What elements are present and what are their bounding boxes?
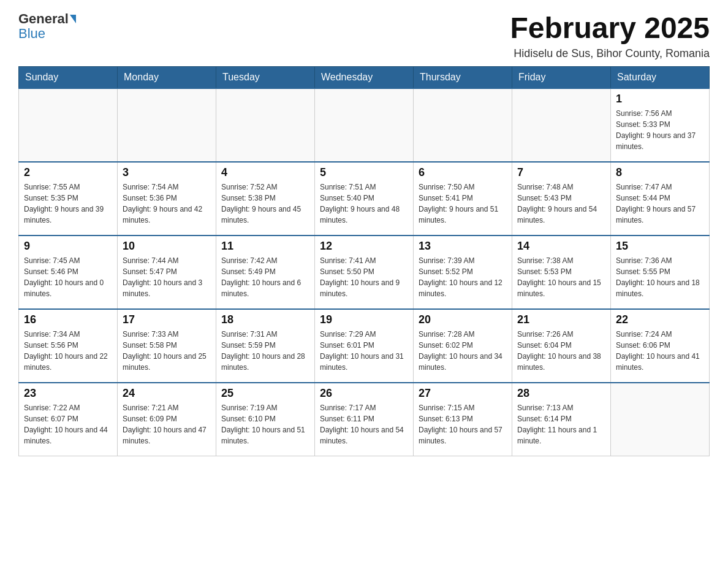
day-number: 25	[221, 387, 309, 400]
calendar-day-cell: 5Sunrise: 7:51 AM Sunset: 5:40 PM Daylig…	[315, 162, 414, 236]
calendar-day-cell: 25Sunrise: 7:19 AM Sunset: 6:10 PM Dayli…	[216, 383, 315, 456]
day-info: Sunrise: 7:17 AM Sunset: 6:11 PM Dayligh…	[320, 402, 408, 446]
day-number: 1	[616, 93, 704, 105]
logo-arrow-icon	[70, 15, 76, 23]
day-number: 22	[616, 313, 704, 326]
calendar-day-cell: 14Sunrise: 7:38 AM Sunset: 5:53 PM Dayli…	[512, 236, 611, 309]
day-info: Sunrise: 7:36 AM Sunset: 5:55 PM Dayligh…	[616, 255, 704, 299]
day-number: 11	[221, 240, 309, 253]
day-of-week-header: Friday	[512, 66, 611, 88]
day-number: 21	[517, 313, 605, 326]
calendar-day-cell: 4Sunrise: 7:52 AM Sunset: 5:38 PM Daylig…	[216, 162, 315, 236]
calendar-subtitle: Hidiselu de Sus, Bihor County, Romania	[510, 47, 710, 60]
day-info: Sunrise: 7:28 AM Sunset: 6:02 PM Dayligh…	[419, 329, 507, 373]
calendar-day-cell: 15Sunrise: 7:36 AM Sunset: 5:55 PM Dayli…	[611, 236, 710, 309]
day-number: 23	[24, 387, 112, 400]
day-info: Sunrise: 7:22 AM Sunset: 6:07 PM Dayligh…	[24, 402, 112, 446]
day-number: 26	[320, 387, 408, 400]
logo: General Blue	[18, 12, 77, 42]
day-info: Sunrise: 7:24 AM Sunset: 6:06 PM Dayligh…	[616, 329, 704, 373]
calendar-day-cell: 11Sunrise: 7:42 AM Sunset: 5:49 PM Dayli…	[216, 236, 315, 309]
calendar-week-row: 9Sunrise: 7:45 AM Sunset: 5:46 PM Daylig…	[19, 236, 710, 309]
day-number: 18	[221, 313, 309, 326]
calendar-day-cell	[315, 88, 414, 162]
day-number: 9	[24, 240, 112, 253]
day-info: Sunrise: 7:31 AM Sunset: 5:59 PM Dayligh…	[221, 329, 309, 373]
day-info: Sunrise: 7:47 AM Sunset: 5:44 PM Dayligh…	[616, 182, 704, 226]
calendar-header: SundayMondayTuesdayWednesdayThursdayFrid…	[19, 66, 710, 88]
calendar-day-cell: 18Sunrise: 7:31 AM Sunset: 5:59 PM Dayli…	[216, 309, 315, 383]
calendar-day-cell	[19, 88, 118, 162]
calendar-week-row: 2Sunrise: 7:55 AM Sunset: 5:35 PM Daylig…	[19, 162, 710, 236]
day-info: Sunrise: 7:55 AM Sunset: 5:35 PM Dayligh…	[24, 182, 112, 226]
logo-blue-text: Blue	[18, 26, 45, 42]
day-number: 6	[419, 166, 507, 179]
calendar-day-cell: 8Sunrise: 7:47 AM Sunset: 5:44 PM Daylig…	[611, 162, 710, 236]
calendar-day-cell: 10Sunrise: 7:44 AM Sunset: 5:47 PM Dayli…	[118, 236, 216, 309]
calendar-day-cell: 2Sunrise: 7:55 AM Sunset: 5:35 PM Daylig…	[19, 162, 118, 236]
day-number: 10	[123, 240, 211, 253]
day-info: Sunrise: 7:21 AM Sunset: 6:09 PM Dayligh…	[123, 402, 211, 446]
day-info: Sunrise: 7:19 AM Sunset: 6:10 PM Dayligh…	[221, 402, 309, 446]
calendar-day-cell: 28Sunrise: 7:13 AM Sunset: 6:14 PM Dayli…	[512, 383, 611, 456]
calendar-day-cell: 20Sunrise: 7:28 AM Sunset: 6:02 PM Dayli…	[414, 309, 512, 383]
calendar-day-cell: 26Sunrise: 7:17 AM Sunset: 6:11 PM Dayli…	[315, 383, 414, 456]
calendar-day-cell: 24Sunrise: 7:21 AM Sunset: 6:09 PM Dayli…	[118, 383, 216, 456]
day-info: Sunrise: 7:56 AM Sunset: 5:33 PM Dayligh…	[616, 108, 704, 152]
day-number: 27	[419, 387, 507, 400]
day-info: Sunrise: 7:39 AM Sunset: 5:52 PM Dayligh…	[419, 255, 507, 299]
day-number: 13	[419, 240, 507, 253]
calendar-day-cell: 3Sunrise: 7:54 AM Sunset: 5:36 PM Daylig…	[118, 162, 216, 236]
day-of-week-header: Thursday	[414, 66, 512, 88]
title-section: February 2025 Hidiselu de Sus, Bihor Cou…	[510, 12, 710, 60]
day-number: 17	[123, 313, 211, 326]
day-number: 14	[517, 240, 605, 253]
day-number: 4	[221, 166, 309, 179]
calendar-day-cell: 12Sunrise: 7:41 AM Sunset: 5:50 PM Dayli…	[315, 236, 414, 309]
days-of-week-row: SundayMondayTuesdayWednesdayThursdayFrid…	[19, 66, 710, 88]
day-number: 24	[123, 387, 211, 400]
day-info: Sunrise: 7:51 AM Sunset: 5:40 PM Dayligh…	[320, 182, 408, 226]
day-number: 20	[419, 313, 507, 326]
day-number: 3	[123, 166, 211, 179]
calendar-week-row: 23Sunrise: 7:22 AM Sunset: 6:07 PM Dayli…	[19, 383, 710, 456]
calendar-day-cell	[216, 88, 315, 162]
day-info: Sunrise: 7:33 AM Sunset: 5:58 PM Dayligh…	[123, 329, 211, 373]
calendar-body: 1Sunrise: 7:56 AM Sunset: 5:33 PM Daylig…	[19, 88, 710, 456]
day-of-week-header: Monday	[118, 66, 216, 88]
day-number: 16	[24, 313, 112, 326]
day-info: Sunrise: 7:42 AM Sunset: 5:49 PM Dayligh…	[221, 255, 309, 299]
calendar-day-cell: 23Sunrise: 7:22 AM Sunset: 6:07 PM Dayli…	[19, 383, 118, 456]
calendar-day-cell	[118, 88, 216, 162]
calendar-day-cell: 27Sunrise: 7:15 AM Sunset: 6:13 PM Dayli…	[414, 383, 512, 456]
day-number: 5	[320, 166, 408, 179]
day-info: Sunrise: 7:15 AM Sunset: 6:13 PM Dayligh…	[419, 402, 507, 446]
calendar-title: February 2025	[510, 12, 710, 45]
calendar-week-row: 16Sunrise: 7:34 AM Sunset: 5:56 PM Dayli…	[19, 309, 710, 383]
day-of-week-header: Tuesday	[216, 66, 315, 88]
day-number: 8	[616, 166, 704, 179]
day-number: 12	[320, 240, 408, 253]
day-info: Sunrise: 7:52 AM Sunset: 5:38 PM Dayligh…	[221, 182, 309, 226]
calendar-day-cell	[414, 88, 512, 162]
calendar-day-cell: 1Sunrise: 7:56 AM Sunset: 5:33 PM Daylig…	[611, 88, 710, 162]
calendar-day-cell: 6Sunrise: 7:50 AM Sunset: 5:41 PM Daylig…	[414, 162, 512, 236]
day-number: 19	[320, 313, 408, 326]
calendar-day-cell: 21Sunrise: 7:26 AM Sunset: 6:04 PM Dayli…	[512, 309, 611, 383]
day-info: Sunrise: 7:48 AM Sunset: 5:43 PM Dayligh…	[517, 182, 605, 226]
day-info: Sunrise: 7:38 AM Sunset: 5:53 PM Dayligh…	[517, 255, 605, 299]
day-info: Sunrise: 7:45 AM Sunset: 5:46 PM Dayligh…	[24, 255, 112, 299]
calendar-day-cell	[611, 383, 710, 456]
calendar-day-cell: 22Sunrise: 7:24 AM Sunset: 6:06 PM Dayli…	[611, 309, 710, 383]
day-info: Sunrise: 7:26 AM Sunset: 6:04 PM Dayligh…	[517, 329, 605, 373]
calendar-day-cell: 19Sunrise: 7:29 AM Sunset: 6:01 PM Dayli…	[315, 309, 414, 383]
day-number: 28	[517, 387, 605, 400]
day-of-week-header: Wednesday	[315, 66, 414, 88]
day-info: Sunrise: 7:44 AM Sunset: 5:47 PM Dayligh…	[123, 255, 211, 299]
day-number: 7	[517, 166, 605, 179]
logo-general-text: General	[18, 12, 69, 26]
calendar-table: SundayMondayTuesdayWednesdayThursdayFrid…	[18, 66, 710, 457]
day-number: 15	[616, 240, 704, 253]
day-of-week-header: Sunday	[19, 66, 118, 88]
day-info: Sunrise: 7:13 AM Sunset: 6:14 PM Dayligh…	[517, 402, 605, 446]
